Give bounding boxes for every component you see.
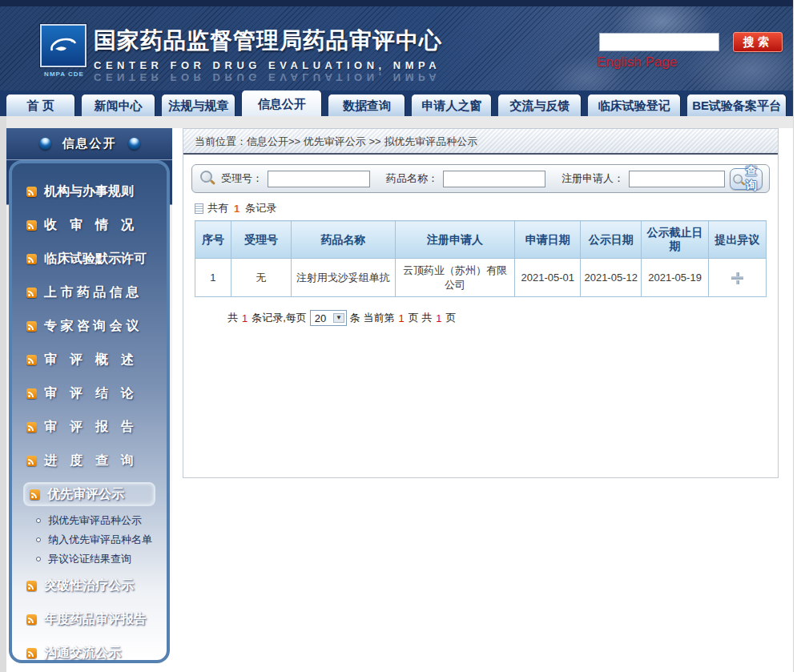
magnifier-icon bbox=[199, 170, 216, 187]
site-title-en-reflection: CENTER FOR DRUG EVALUATION, NMPA bbox=[94, 71, 442, 83]
bullet-icon bbox=[36, 537, 41, 542]
pagination-current-page: 1 bbox=[397, 312, 405, 324]
records-count-line: 共有 1 条记录 bbox=[195, 201, 778, 215]
rss-icon bbox=[26, 422, 37, 433]
site-title-cn: 国家药品监督管理局药品审评中心 bbox=[94, 26, 442, 56]
cell-apply-date: 2021-05-01 bbox=[515, 259, 581, 297]
results-table: 序号 受理号 药品名称 注册申请人 申请日期 公示日期 公示截止日期 提出异议 … bbox=[195, 220, 767, 297]
sidebar-item-acceptance-review[interactable]: 收 审 情 况 bbox=[12, 208, 167, 242]
rss-icon bbox=[26, 254, 37, 264]
rss-icon bbox=[26, 456, 37, 466]
sidebar-item-review-report[interactable]: 审 评 报 告 bbox=[12, 410, 167, 444]
tab-information-disclosure[interactable]: 信息公开 bbox=[242, 91, 321, 116]
header-search: 搜索 bbox=[599, 32, 783, 52]
cell-drug-name: 注射用戈沙妥组单抗 bbox=[291, 259, 395, 297]
applicant-label: 注册申请人： bbox=[562, 171, 624, 186]
sphere-icon bbox=[39, 138, 51, 150]
left-margin-strip bbox=[0, 116, 6, 672]
english-page-link[interactable]: English Page bbox=[597, 54, 677, 70]
drug-name-input[interactable] bbox=[443, 171, 545, 187]
col-drug-name: 药品名称 bbox=[291, 221, 395, 259]
sidebar-item-clinical-trial-implied-license[interactable]: 临床试验默示许可 bbox=[12, 242, 167, 276]
cell-applicant: 云顶药业（苏州）有限公司 bbox=[395, 259, 515, 297]
drug-name-label: 药品名称： bbox=[386, 171, 438, 186]
bullet-icon bbox=[36, 557, 41, 561]
rss-icon bbox=[26, 355, 37, 365]
rss-icon bbox=[26, 321, 37, 332]
tab-regulations[interactable]: 法规与规章 bbox=[162, 95, 235, 116]
rss-icon bbox=[26, 220, 37, 231]
table-row: 1 无 注射用戈沙妥组单抗 云顶药业（苏州）有限公司 2021-05-01 20… bbox=[195, 259, 767, 297]
col-apply-date: 申请日期 bbox=[515, 221, 581, 259]
sidebar-item-annual-review-report[interactable]: 年度药品审评报告 bbox=[12, 602, 167, 636]
sidebar-item-breakthrough-therapy[interactable]: 突破性治疗公示 bbox=[12, 569, 167, 602]
applicant-input[interactable] bbox=[629, 171, 725, 187]
col-publish-date: 公示日期 bbox=[581, 221, 642, 259]
main-navbar: 首 页 新闻中心 法规与规章 信息公开 数据查询 申请人之窗 交流与反馈 临床试… bbox=[0, 91, 793, 116]
cell-seq: 1 bbox=[195, 259, 231, 297]
records-count: 1 bbox=[232, 203, 241, 215]
logo-caption: NMPA CDE bbox=[40, 70, 88, 78]
sidebar-subitem-included-priority-list[interactable]: 纳入优先审评品种名单 bbox=[12, 530, 167, 549]
tab-feedback[interactable]: 交流与反馈 bbox=[498, 95, 581, 116]
pagination-total-pages: 1 bbox=[435, 312, 442, 324]
sidebar: 信息公开 机构与办事规则 收 审 情 况 临床试验默示许可 上 市 药 品 信 … bbox=[6, 128, 172, 666]
rss-icon bbox=[26, 187, 37, 197]
page-size-select[interactable]: 20 ▼ bbox=[310, 310, 347, 326]
site-titles: 国家药品监督管理局药品审评中心 CENTER FOR DRUG EVALUATI… bbox=[94, 26, 442, 83]
sidebar-title: 信息公开 bbox=[62, 136, 117, 151]
sidebar-header: 信息公开 bbox=[6, 128, 172, 160]
sidebar-item-organization[interactable]: 机构与办事规则 bbox=[12, 175, 167, 208]
col-raise-objection: 提出异议 bbox=[709, 221, 767, 259]
sidebar-item-marketed-drug-info[interactable]: 上 市 药 品 信 息 bbox=[12, 276, 167, 309]
site-logo[interactable]: NMPA CDE bbox=[40, 24, 88, 83]
rss-icon bbox=[26, 288, 37, 298]
top-strip bbox=[0, 0, 793, 6]
tab-clinical-trial-registry[interactable]: 临床试验登记 bbox=[588, 95, 680, 116]
sidebar-item-priority-review[interactable]: 优先审评公示 bbox=[23, 482, 155, 506]
main-content: 当前位置：信息公开>> 优先审评公示 >> 拟优先审评品种公示 受理号： 药品名… bbox=[183, 128, 779, 478]
sidebar-item-review-conclusion[interactable]: 审 评 结 论 bbox=[12, 376, 167, 410]
rss-icon bbox=[30, 489, 40, 500]
table-header-row: 序号 受理号 药品名称 注册申请人 申请日期 公示日期 公示截止日期 提出异议 bbox=[195, 221, 767, 259]
sidebar-subitem-objection-result-query[interactable]: 异议论证结果查询 bbox=[12, 549, 167, 569]
search-panel: 受理号： 药品名称： 注册申请人： 查询 bbox=[191, 164, 770, 193]
sidebar-menu: 机构与办事规则 收 审 情 况 临床试验默示许可 上 市 药 品 信 息 专 家… bbox=[9, 160, 170, 663]
sidebar-subitem-proposed-priority-review[interactable]: 拟优先审评品种公示 bbox=[12, 511, 167, 530]
acceptance-no-input[interactable] bbox=[268, 171, 370, 187]
list-icon bbox=[195, 203, 203, 214]
header-search-button[interactable]: 搜索 bbox=[733, 32, 783, 52]
right-gutter bbox=[793, 0, 801, 672]
acceptance-no-label: 受理号： bbox=[221, 171, 263, 186]
header-search-input[interactable] bbox=[599, 33, 719, 51]
rss-icon bbox=[26, 648, 37, 658]
page: NMPA CDE 国家药品监督管理局药品审评中心 CENTER FOR DRUG… bbox=[0, 0, 801, 672]
cell-publish-end-date: 2021-05-19 bbox=[642, 259, 709, 297]
sidebar-item-review-overview[interactable]: 审 评 概 述 bbox=[12, 343, 167, 376]
sidebar-item-communication-disclosure[interactable]: 沟通交流公示 bbox=[12, 636, 167, 670]
rss-icon bbox=[26, 614, 37, 625]
site-title-en: CENTER FOR DRUG EVALUATION, NMPA bbox=[94, 59, 442, 71]
query-button[interactable]: 查询 bbox=[730, 168, 763, 190]
tab-be-platform[interactable]: BE试验备案平台 bbox=[687, 95, 786, 116]
logo-icon bbox=[40, 24, 87, 67]
pagination: 共 1 条记录,每页 20 ▼ 条 当前第 1 页 共 1 页 bbox=[227, 310, 778, 326]
add-objection-icon[interactable] bbox=[731, 272, 743, 284]
tab-applicant-window[interactable]: 申请人之窗 bbox=[412, 95, 491, 116]
tab-data-query[interactable]: 数据查询 bbox=[328, 95, 405, 116]
sidebar-item-progress-query[interactable]: 进 度 查 询 bbox=[12, 444, 167, 477]
tab-news[interactable]: 新闻中心 bbox=[82, 95, 155, 116]
rss-icon bbox=[26, 388, 37, 399]
col-seq: 序号 bbox=[195, 221, 231, 259]
cell-acceptance-no: 无 bbox=[231, 259, 291, 297]
col-applicant: 注册申请人 bbox=[395, 221, 515, 259]
magnifier-icon bbox=[732, 174, 743, 184]
cell-objection bbox=[709, 259, 767, 297]
site-header: NMPA CDE 国家药品监督管理局药品审评中心 CENTER FOR DRUG… bbox=[0, 6, 793, 91]
sidebar-item-expert-consultation[interactable]: 专 家 咨 询 会 议 bbox=[12, 309, 167, 343]
subnav-strip bbox=[0, 116, 793, 128]
breadcrumb: 当前位置：信息公开>> 优先审评公示 >> 拟优先审评品种公示 bbox=[183, 129, 778, 155]
tab-home[interactable]: 首 页 bbox=[6, 95, 74, 116]
cell-publish-date: 2021-05-12 bbox=[581, 259, 642, 297]
sphere-icon bbox=[128, 138, 140, 150]
